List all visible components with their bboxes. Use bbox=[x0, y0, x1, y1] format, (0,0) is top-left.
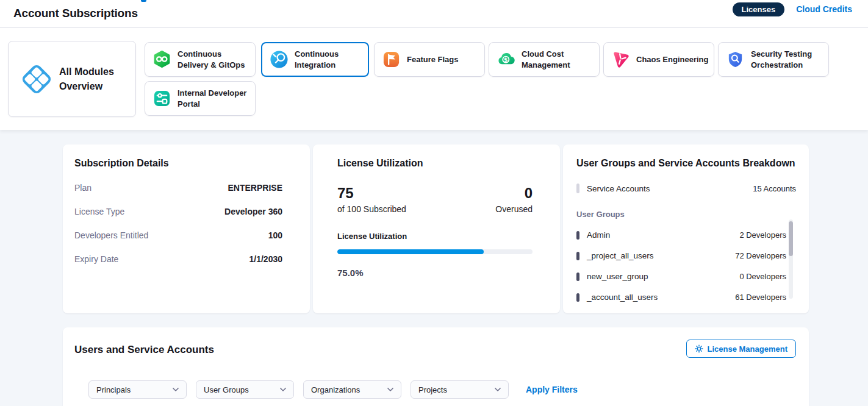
service-accounts-row: Service Accounts 15 Accounts bbox=[576, 183, 796, 193]
module-card-chaos[interactable]: Chaos Engineering bbox=[603, 42, 714, 77]
filters-row: Principals User Groups Organizations Pro… bbox=[88, 380, 796, 399]
chevron-down-icon bbox=[495, 388, 501, 391]
user-group-name: Admin bbox=[587, 230, 610, 240]
detail-value: 100 bbox=[268, 230, 282, 240]
overused-caption: Overused bbox=[495, 204, 533, 214]
module-card-label: Cloud Cost Management bbox=[522, 49, 599, 70]
principals-filter-dropdown[interactable]: Principals bbox=[88, 380, 187, 399]
nav-active-indicator bbox=[141, 0, 146, 2]
utilization-bar-label: License Utilization bbox=[337, 232, 533, 241]
module-card-ci[interactable]: Continuous Integration bbox=[261, 42, 369, 77]
feature-flags-module-icon bbox=[382, 50, 401, 69]
detail-label: Developers Entitled bbox=[74, 230, 148, 240]
detail-row-developers-entitled: Developers Entitled 100 bbox=[74, 230, 282, 240]
utilization-numbers: 75 of 100 Subscribed 0 Overused bbox=[337, 185, 533, 214]
page-title: Account Subscriptions bbox=[13, 7, 138, 20]
detail-row-plan: Plan ENTERPRISE bbox=[74, 183, 282, 193]
user-group-value: 72 Developers bbox=[735, 251, 786, 260]
page-header: Account Subscriptions Licenses Cloud Cre… bbox=[0, 0, 868, 28]
module-selector-bar: All Modules Overview Continuous Delivery… bbox=[0, 28, 868, 130]
chevron-down-icon bbox=[280, 388, 286, 391]
license-management-label: License Management bbox=[708, 344, 788, 354]
overused-column: 0 Overused bbox=[495, 185, 533, 214]
chevron-down-icon bbox=[173, 388, 179, 391]
detail-label: Expiry Date bbox=[74, 254, 118, 264]
module-card-label: Continuous Delivery & GitOps bbox=[178, 49, 255, 70]
user-groups-filter-dropdown[interactable]: User Groups bbox=[196, 380, 294, 399]
breakdown-title: User Groups and Service Accounts Breakdo… bbox=[576, 158, 796, 169]
user-group-name: new_user_group bbox=[587, 272, 648, 281]
breakdown-scrollbar-thumb[interactable] bbox=[789, 221, 793, 256]
cd-module-icon bbox=[152, 50, 171, 69]
user-groups-subheading: User Groups bbox=[576, 210, 796, 219]
user-group-row: _account_all_users 61 Developers bbox=[576, 293, 796, 302]
used-caption: of 100 Subscribed bbox=[337, 204, 406, 214]
users-section-title: Users and Service Accounts bbox=[74, 344, 214, 356]
module-card-ff[interactable]: Feature Flags bbox=[374, 42, 485, 77]
filter-label: Projects bbox=[418, 385, 447, 394]
user-group-value: 61 Developers bbox=[735, 293, 786, 302]
organizations-filter-dropdown[interactable]: Organizations bbox=[303, 380, 401, 399]
users-and-service-accounts-card: Users and Service Accounts License Manag… bbox=[63, 327, 809, 406]
header-actions: Licenses Cloud Credits bbox=[733, 0, 852, 18]
harness-logo-icon bbox=[22, 65, 51, 94]
module-card-cd[interactable]: Continuous Delivery & GitOps bbox=[145, 42, 256, 77]
cloud-cost-module-icon: $ bbox=[497, 50, 515, 69]
utilization-percent: 75.0% bbox=[337, 268, 533, 278]
filter-label: User Groups bbox=[204, 385, 249, 394]
user-group-marker bbox=[576, 272, 579, 281]
subscription-details-card: Subscription Details Plan ENTERPRISE Lic… bbox=[63, 144, 310, 313]
license-utilization-card: License Utilization 75 of 100 Subscribed… bbox=[313, 144, 560, 313]
breakdown-card: User Groups and Service Accounts Breakdo… bbox=[563, 144, 809, 313]
user-group-row: _project_all_users 72 Developers bbox=[576, 251, 796, 260]
user-group-value: 0 Developers bbox=[739, 272, 786, 281]
subscription-details-title: Subscription Details bbox=[74, 158, 282, 169]
licenses-tab[interactable]: Licenses bbox=[733, 2, 785, 16]
service-accounts-label: Service Accounts bbox=[587, 184, 650, 193]
chaos-module-icon bbox=[611, 50, 630, 69]
all-modules-overview-label: All Modules Overview bbox=[59, 65, 120, 93]
module-card-sto[interactable]: Security Testing Orchestration bbox=[718, 42, 829, 77]
user-group-marker bbox=[576, 252, 579, 260]
cloud-credits-tab[interactable]: Cloud Credits bbox=[796, 4, 852, 14]
detail-label: Plan bbox=[74, 183, 91, 193]
gear-icon bbox=[695, 344, 703, 353]
user-group-row: Admin 2 Developers bbox=[576, 230, 796, 240]
user-group-marker bbox=[576, 231, 579, 240]
user-group-row: new_user_group 0 Developers bbox=[576, 272, 796, 281]
module-card-label: Chaos Engineering bbox=[636, 54, 713, 65]
chevron-down-icon bbox=[387, 388, 393, 391]
internal-developer-portal-module-icon bbox=[152, 89, 171, 108]
detail-row-license-type: License Type Developer 360 bbox=[74, 207, 282, 216]
user-group-marker bbox=[576, 293, 579, 302]
module-card-idp[interactable]: Internal Developer Portal bbox=[145, 81, 256, 116]
license-utilization-bar-fill bbox=[337, 249, 484, 254]
module-card-label: Feature Flags bbox=[407, 54, 464, 65]
user-group-name: _account_all_users bbox=[587, 293, 658, 302]
license-management-button[interactable]: License Management bbox=[686, 340, 797, 358]
filter-label: Principals bbox=[96, 385, 131, 394]
detail-row-expiry-date: Expiry Date 1/1/2030 bbox=[74, 254, 282, 264]
service-accounts-marker bbox=[576, 183, 579, 193]
module-card-label: Continuous Integration bbox=[295, 49, 368, 70]
breakdown-scrollbar[interactable] bbox=[789, 219, 793, 299]
license-utilization-bar bbox=[337, 249, 533, 254]
used-column: 75 of 100 Subscribed bbox=[337, 185, 406, 214]
ci-module-icon bbox=[270, 50, 289, 69]
apply-filters-link[interactable]: Apply Filters bbox=[526, 385, 578, 394]
service-accounts-value: 15 Accounts bbox=[753, 184, 796, 193]
used-count: 75 bbox=[337, 185, 406, 201]
svg-text:$: $ bbox=[504, 56, 508, 63]
detail-label: License Type bbox=[74, 207, 124, 216]
all-modules-overview-card[interactable]: All Modules Overview bbox=[8, 41, 136, 117]
detail-value: ENTERPRISE bbox=[228, 183, 282, 193]
projects-filter-dropdown[interactable]: Projects bbox=[411, 380, 509, 399]
users-section-header: Users and Service Accounts License Manag… bbox=[74, 340, 796, 358]
module-card-label: Internal Developer Portal bbox=[178, 88, 255, 109]
user-group-value: 2 Developers bbox=[739, 230, 786, 240]
user-group-name: _project_all_users bbox=[587, 251, 654, 260]
security-testing-module-icon bbox=[726, 50, 745, 69]
module-card-ccm[interactable]: $ Cloud Cost Management bbox=[489, 42, 600, 77]
module-card-label: Security Testing Orchestration bbox=[751, 49, 828, 70]
filter-label: Organizations bbox=[311, 385, 360, 394]
